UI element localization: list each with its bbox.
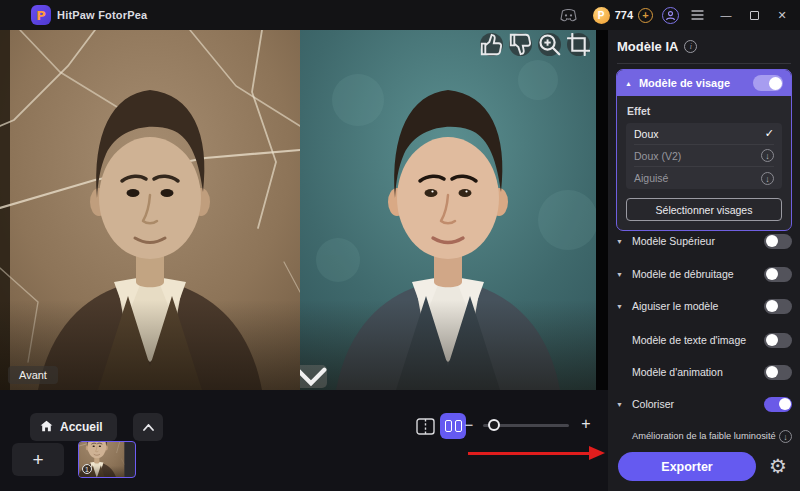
animation-toggle[interactable]	[764, 365, 792, 380]
effect-option-doux[interactable]: Doux ✓	[634, 123, 774, 145]
close-button[interactable]: ✕	[768, 0, 796, 30]
before-label: Avant	[8, 366, 58, 384]
download-icon[interactable]: ↓	[761, 172, 774, 185]
download-icon[interactable]: ↓	[761, 149, 774, 162]
red-arrow-annotation	[468, 452, 590, 455]
modele-superieur-toggle[interactable]	[764, 234, 792, 249]
toggle-row-texte-image: Modèle de texte d'image	[616, 330, 792, 350]
photo-canvas: Avant	[0, 30, 608, 390]
thumbnail-badge: 1	[82, 464, 92, 474]
zoom-out-button[interactable]: −	[458, 416, 480, 433]
hitpaw-logo-icon: P	[31, 5, 51, 25]
effect-label: Effet	[627, 105, 782, 117]
thumbs-down-icon[interactable]	[509, 33, 532, 56]
collapse-chevron-button[interactable]	[300, 365, 327, 388]
thumbs-up-icon[interactable]	[480, 33, 503, 56]
account-icon[interactable]	[662, 7, 679, 24]
home-icon	[40, 418, 53, 436]
face-model-toggle[interactable]	[753, 75, 783, 91]
menu-icon[interactable]	[691, 10, 704, 20]
minimize-button[interactable]: —	[712, 0, 740, 30]
effect-option-doux-v2[interactable]: Doux (V2) ↓	[634, 145, 774, 167]
panel-title: Modèle IA	[617, 39, 678, 54]
photo-action-bar	[480, 33, 590, 56]
effect-list: Doux ✓ Doux (V2) ↓ Aiguisé ↓	[626, 123, 782, 189]
before-photo[interactable]: Avant	[0, 30, 300, 390]
image-thumbnail[interactable]: 1	[78, 441, 136, 478]
aiguiser-toggle[interactable]	[764, 299, 792, 314]
face-model-card: ▲ Modèle de visage Effet Doux ✓ Doux (V2…	[616, 69, 792, 231]
face-model-header[interactable]: ▲ Modèle de visage	[617, 70, 791, 96]
zoom-slider-knob[interactable]	[488, 419, 500, 431]
toggle-row-debruitage: ▼ Modèle de débruitage	[616, 264, 792, 284]
app-window: P HitPaw FotorPea P 774 + — ✕ Avant	[0, 0, 800, 491]
effect-option-aiguise[interactable]: Aiguisé ↓	[634, 167, 774, 189]
chevron-down-icon[interactable]: ▼	[616, 401, 632, 408]
zoom-slider[interactable]	[483, 424, 569, 427]
chevron-down-icon[interactable]: ▼	[616, 271, 632, 278]
panel-collapse-button[interactable]	[133, 413, 163, 441]
crop-icon[interactable]	[567, 33, 590, 56]
texte-image-toggle[interactable]	[764, 333, 792, 348]
export-button[interactable]: Exporter	[618, 452, 756, 481]
coloriser-toggle[interactable]	[764, 397, 792, 412]
title-bar: P HitPaw FotorPea P 774 + — ✕	[0, 0, 800, 30]
add-image-button[interactable]: +	[12, 443, 64, 476]
zoom-in-button[interactable]: +	[575, 415, 597, 433]
discord-icon[interactable]	[560, 9, 577, 22]
download-icon[interactable]: ↓	[779, 430, 792, 443]
bottom-bar: Accueil − + + 1	[0, 390, 608, 491]
home-button[interactable]: Accueil	[30, 413, 117, 441]
coin-icon[interactable]: P	[593, 7, 610, 24]
chevron-down-icon[interactable]: ▼	[616, 238, 632, 245]
divider	[617, 63, 791, 64]
face-model-label: Modèle de visage	[639, 77, 746, 89]
zoom-in-icon[interactable]	[538, 33, 561, 56]
toggle-row-aiguiser: ▼ Aiguiser le modèle	[616, 296, 792, 316]
toggle-row-coloriser: ▼ Coloriser	[616, 394, 792, 414]
toggle-row-modele-superieur: ▼ Modèle Supérieur	[616, 231, 792, 251]
select-faces-button[interactable]: Sélectionner visages	[626, 198, 782, 221]
toggle-row-animation: Modèle d'animation	[616, 362, 792, 382]
maximize-button[interactable]	[740, 0, 768, 30]
debruitage-toggle[interactable]	[764, 267, 792, 282]
split-view-button[interactable]	[414, 416, 436, 436]
add-credits-icon[interactable]: +	[638, 8, 653, 23]
after-photo[interactable]	[300, 30, 596, 390]
info-icon[interactable]: i	[684, 40, 697, 53]
ai-model-panel: Modèle IA i ▲ Modèle de visage Effet Dou…	[608, 30, 800, 491]
collapse-triangle-icon[interactable]: ▲	[625, 80, 632, 87]
credits-count: 774	[615, 9, 633, 21]
home-button-label: Accueil	[60, 420, 103, 434]
chevron-down-icon[interactable]: ▼	[616, 303, 632, 310]
low-light-row[interactable]: Amélioration de la faible luminosité ↓	[616, 426, 792, 446]
check-icon: ✓	[765, 127, 774, 140]
gear-icon[interactable]: ⚙	[769, 454, 787, 478]
app-title: HitPaw FotorPea	[57, 9, 147, 21]
